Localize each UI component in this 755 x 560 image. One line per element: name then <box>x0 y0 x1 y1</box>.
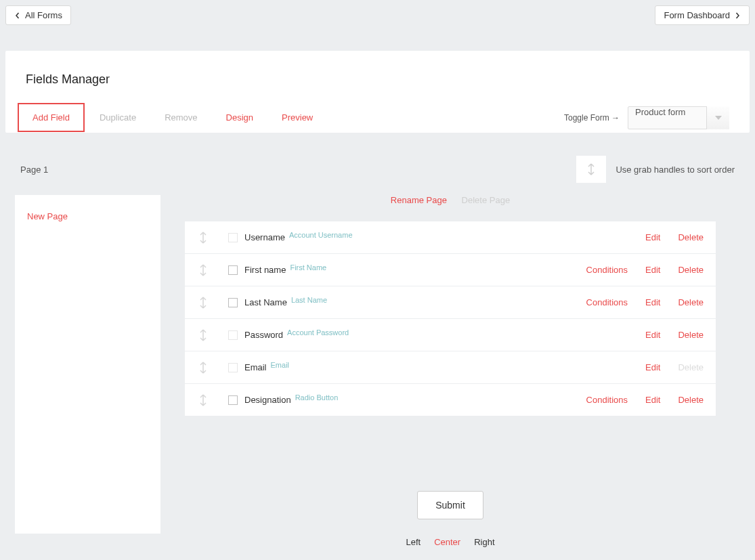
field-name: Password <box>244 330 283 340</box>
drag-handle-icon[interactable] <box>197 297 209 309</box>
edit-link[interactable]: Edit <box>645 362 660 372</box>
field-checkbox[interactable] <box>228 265 238 275</box>
edit-link[interactable]: Edit <box>645 232 660 242</box>
tabs: Add Field Duplicate Remove Design Previe… <box>18 103 326 132</box>
drag-handle-icon[interactable] <box>197 329 209 341</box>
row-actions: ConditionsEditDelete <box>586 297 704 307</box>
sort-hint-text: Use grab handles to sort order <box>616 165 735 175</box>
edit-link[interactable]: Edit <box>645 330 660 340</box>
delete-link[interactable]: Delete <box>678 330 704 340</box>
field-checkbox[interactable] <box>228 233 238 242</box>
pages-list: New Page <box>15 195 160 534</box>
chevron-down-icon <box>706 106 729 129</box>
sort-handle-icon <box>576 156 606 183</box>
field-checkbox[interactable] <box>228 298 238 307</box>
tab-design[interactable]: Design <box>213 104 267 131</box>
page-actions: Rename Page Delete Page <box>185 195 716 221</box>
drag-handle-icon[interactable] <box>197 394 209 406</box>
form-dashboard-button[interactable]: Form Dashboard <box>655 5 750 25</box>
field-name: Username <box>244 232 285 242</box>
new-page-link[interactable]: New Page <box>27 211 148 221</box>
panel-header: Fields Manager <box>5 51 750 87</box>
field-hint: Last Name <box>291 296 327 304</box>
delete-link[interactable]: Delete <box>678 297 704 307</box>
align-left[interactable]: Left <box>406 537 420 547</box>
field-row: PasswordAccount PasswordEditDelete <box>185 319 716 351</box>
align-row: Left Center Right <box>185 537 716 547</box>
all-forms-button[interactable]: All Forms <box>5 5 71 25</box>
field-checkbox[interactable] <box>228 395 238 405</box>
field-checkbox[interactable] <box>228 363 238 372</box>
row-actions: ConditionsEditDelete <box>586 395 704 405</box>
drag-handle-icon[interactable] <box>197 362 209 374</box>
field-checkbox[interactable] <box>228 330 238 340</box>
submit-area: Submit Left Center Right <box>185 491 716 547</box>
fields-list: UsernameAccount UsernameEditDeleteFirst … <box>185 221 716 416</box>
fields-manager-panel: Fields Manager Add Field Duplicate Remov… <box>5 51 750 133</box>
chevron-right-icon <box>734 12 741 19</box>
field-row: UsernameAccount UsernameEditDelete <box>185 221 716 254</box>
tab-remove[interactable]: Remove <box>151 104 211 131</box>
conditions-link[interactable]: Conditions <box>586 297 628 307</box>
field-row: Last NameLast NameConditionsEditDelete <box>185 286 716 319</box>
rename-page-link[interactable]: Rename Page <box>391 195 447 205</box>
delete-page-link[interactable]: Delete Page <box>462 195 511 205</box>
edit-link[interactable]: Edit <box>645 265 660 275</box>
delete-link[interactable]: Delete <box>678 395 704 405</box>
field-name: Email <box>244 362 267 372</box>
columns: New Page Rename Page Delete Page Usernam… <box>15 195 740 547</box>
form-select[interactable]: Product form <box>628 106 729 129</box>
edit-link[interactable]: Edit <box>645 297 660 307</box>
field-hint: Radio Button <box>295 393 339 402</box>
tab-duplicate[interactable]: Duplicate <box>86 104 150 131</box>
field-hint: Account Password <box>287 328 349 337</box>
field-hint: Account Username <box>289 231 353 239</box>
conditions-link[interactable]: Conditions <box>586 265 628 275</box>
row-actions: ConditionsEditDelete <box>586 265 704 275</box>
tab-add-field[interactable]: Add Field <box>18 103 85 132</box>
toggle-form-label: Toggle Form → <box>564 113 620 123</box>
delete-link[interactable]: Delete <box>678 232 704 242</box>
field-hint: Email <box>271 361 290 369</box>
align-right[interactable]: Right <box>474 537 494 547</box>
conditions-link[interactable]: Conditions <box>586 395 628 405</box>
body-area: Page 1 Use grab handles to sort order Ne… <box>0 138 755 560</box>
top-bar: All Forms Form Dashboard <box>0 0 755 30</box>
drag-handle-icon[interactable] <box>197 264 209 276</box>
drag-handle-icon[interactable] <box>197 232 209 244</box>
field-name: Designation <box>244 395 291 405</box>
all-forms-label: All Forms <box>25 10 62 20</box>
sort-hint: Use grab handles to sort order <box>576 156 735 183</box>
row-actions: EditDelete <box>645 232 704 242</box>
page-title: Fields Manager <box>26 72 729 87</box>
row-actions: EditDelete <box>645 330 704 340</box>
field-row: EmailEmailEditDelete <box>185 351 716 384</box>
tabs-row: Add Field Duplicate Remove Design Previe… <box>5 103 750 133</box>
tab-preview[interactable]: Preview <box>268 104 326 131</box>
main-column: Rename Page Delete Page UsernameAccount … <box>160 195 740 547</box>
field-name: First name <box>244 265 286 275</box>
align-center[interactable]: Center <box>434 537 460 547</box>
edit-link[interactable]: Edit <box>645 395 660 405</box>
chevron-left-icon <box>14 12 21 19</box>
delete-link[interactable]: Delete <box>678 362 704 372</box>
submit-button[interactable]: Submit <box>417 491 483 519</box>
delete-link[interactable]: Delete <box>678 265 704 275</box>
form-dashboard-label: Form Dashboard <box>664 10 730 20</box>
field-row: DesignationRadio ButtonConditionsEditDel… <box>185 384 716 416</box>
field-row: First nameFirst NameConditionsEditDelete <box>185 254 716 286</box>
field-name: Last Name <box>244 297 287 307</box>
toggle-form-cluster: Toggle Form → Product form <box>564 106 729 129</box>
current-page-label: Page 1 <box>20 165 48 175</box>
row-actions: EditDelete <box>645 362 704 372</box>
field-hint: First Name <box>290 263 326 272</box>
body-header: Page 1 Use grab handles to sort order <box>15 149 740 195</box>
